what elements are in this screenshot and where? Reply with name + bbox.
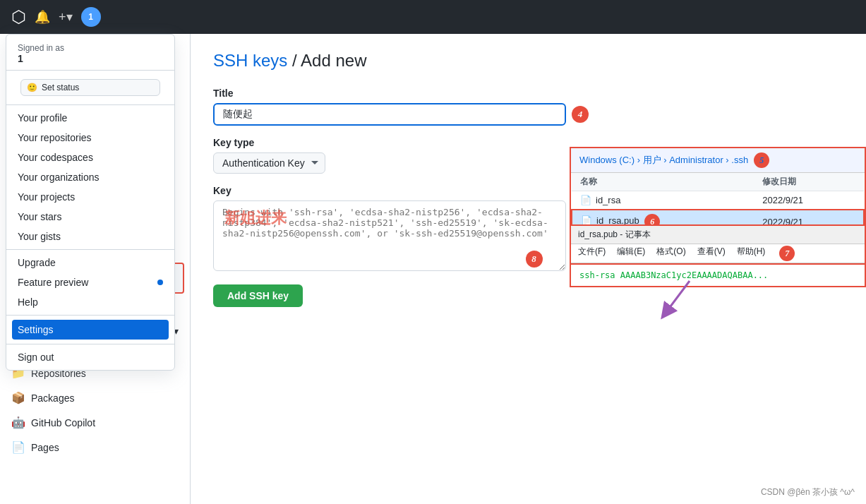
- set-status-button[interactable]: 🙂 Set status: [20, 79, 160, 96]
- key-textarea[interactable]: [213, 200, 566, 271]
- help-link[interactable]: Help: [6, 292, 174, 312]
- explorer-path: Windows (C:) › 用户 › Administrator › .ssh: [579, 154, 748, 167]
- notepad-content: ssh-rsa AAAAB3NzaC1yc2EAAAADAQABAA...: [571, 263, 865, 286]
- copilot-icon: 🤖: [11, 416, 25, 429]
- page-subtitle: Add new: [301, 51, 366, 70]
- sidebar-label-copilot: GitHub Copilot: [31, 417, 95, 428]
- breadcrumb-separator: /: [292, 51, 301, 70]
- sidebar-item-copilot[interactable]: 🤖 GitHub Copilot: [0, 410, 190, 435]
- path-arrow-3: ›: [726, 155, 728, 165]
- set-status-label: Set status: [42, 83, 79, 92]
- notification-icon[interactable]: 🔔: [35, 9, 50, 25]
- file-date-id-rsa: 2022/9/21: [754, 191, 864, 210]
- path-arrow-1: ›: [637, 155, 640, 165]
- col-date-header: 修改日期: [754, 173, 864, 191]
- your-profile-link[interactable]: Your profile: [6, 108, 174, 128]
- path-arrow-2: ›: [663, 155, 666, 165]
- menu-format[interactable]: 格式(O): [656, 246, 685, 261]
- title-form-group: Title 4: [213, 88, 843, 126]
- ssh-keys-breadcrumb-link[interactable]: SSH keys: [213, 51, 287, 70]
- dropdown-section-settings: Settings: [6, 315, 174, 344]
- page-title: SSH keys / Add new: [213, 51, 843, 71]
- smiley-icon: 🙂: [27, 83, 37, 92]
- pages-icon: 📄: [11, 440, 25, 454]
- add-ssh-key-button[interactable]: Add SSH key: [213, 284, 303, 307]
- your-stars-link[interactable]: Your stars: [6, 207, 174, 227]
- annotation-8: 8: [526, 251, 543, 268]
- dropdown-section-profile: Your profile Your repositories Your code…: [6, 104, 174, 249]
- settings-link[interactable]: Settings: [12, 320, 169, 340]
- explorer-overlay: Windows (C:) › 用户 › Administrator › .ssh…: [570, 147, 866, 236]
- your-organizations-link[interactable]: Your organizations: [6, 167, 174, 187]
- sidebar-label-pages: Pages: [31, 442, 59, 453]
- your-repositories-link[interactable]: Your repositories: [6, 128, 174, 148]
- navbar: ⬡ 🔔 +▾ 1: [0, 0, 866, 34]
- your-projects-link[interactable]: Your projects: [6, 187, 174, 207]
- signout-link[interactable]: Sign out: [6, 347, 174, 367]
- avatar[interactable]: 1: [81, 7, 101, 27]
- main-content: SSH keys / Add new Title 4 Key type Auth…: [191, 34, 866, 504]
- dropdown-menu: Signed in as 1 🙂 Set status Your profile…: [6, 34, 175, 371]
- menu-file[interactable]: 文件(F): [578, 246, 606, 261]
- upgrade-link[interactable]: Upgrade: [6, 253, 174, 272]
- menu-edit[interactable]: 编辑(E): [617, 246, 645, 261]
- your-codespaces-link[interactable]: Your codespaces: [6, 148, 174, 167]
- title-input[interactable]: [213, 103, 566, 126]
- annotation-4: 4: [572, 106, 589, 123]
- dropdown-section-signout: Sign out: [6, 344, 174, 370]
- annotation-7: 7: [779, 246, 795, 261]
- file-icon-id-rsa: 📄: [580, 195, 591, 205]
- dropdown-username: 1: [18, 53, 163, 64]
- create-icon[interactable]: +▾: [59, 9, 73, 25]
- notepad-menubar: 文件(F) 编辑(E) 格式(O) 查看(V) 帮助(H) 7: [571, 244, 865, 263]
- your-gists-link[interactable]: Your gists: [6, 227, 174, 246]
- feature-preview-link[interactable]: Feature preview: [6, 272, 174, 292]
- title-label: Title: [213, 88, 843, 99]
- watermark: CSDN @βèn 茶小孩 ^ω^: [761, 486, 855, 498]
- signed-in-as-label: Signed in as: [18, 43, 163, 53]
- sidebar-label-packages: Packages: [31, 392, 74, 404]
- dropdown-header: Signed in as 1: [6, 35, 174, 71]
- file-row-id-rsa[interactable]: 📄id_rsa 2022/9/21: [572, 191, 864, 210]
- sidebar-item-packages[interactable]: 📦 Packages: [0, 385, 190, 410]
- key-type-select[interactable]: Authentication Key Signing Key: [213, 152, 325, 174]
- sidebar-item-pages[interactable]: 📄 Pages: [0, 435, 190, 460]
- notepad-titlebar: id_rsa.pub - 记事本: [571, 226, 865, 244]
- notepad-overlay: id_rsa.pub - 记事本 文件(F) 编辑(E) 格式(O) 查看(V)…: [570, 224, 866, 287]
- annotation-5: 5: [754, 152, 769, 168]
- github-logo-icon: ⬡: [11, 7, 26, 27]
- package-icon: 📦: [11, 391, 25, 404]
- dropdown-section-misc: Upgrade Feature preview Help: [6, 249, 174, 315]
- file-name-id-rsa: 📄id_rsa: [572, 191, 754, 210]
- explorer-addressbar: Windows (C:) › 用户 › Administrator › .ssh…: [571, 148, 865, 173]
- menu-help[interactable]: 帮助(H): [737, 246, 766, 261]
- menu-view[interactable]: 查看(V): [697, 246, 726, 261]
- col-name-header: 名称: [572, 173, 754, 191]
